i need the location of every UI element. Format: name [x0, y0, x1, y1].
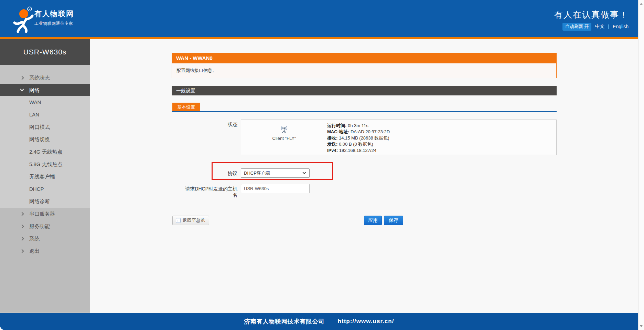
- section-title: 一般设置: [172, 86, 557, 95]
- lang-english-link[interactable]: English: [613, 24, 629, 29]
- status-field-label: 状态: [181, 122, 237, 128]
- sidebar-item-network-diagnosis[interactable]: 网络诊断: [0, 195, 90, 208]
- sidebar-item-lan[interactable]: LAN: [0, 109, 90, 121]
- client-name: Client "FLY": [241, 136, 327, 141]
- back-to-overview-button[interactable]: ← 返回至总览: [172, 216, 209, 225]
- chevron-right-icon: [20, 212, 24, 216]
- panel-title: WAN - WWAN0: [172, 53, 557, 63]
- apply-button[interactable]: 应用: [364, 216, 382, 225]
- protocol-field-label: 协议: [181, 171, 237, 177]
- chevron-right-icon: [20, 249, 24, 253]
- content-background: [90, 39, 638, 313]
- hostname-field-label: 请求DHCP时发送的主机名: [181, 186, 237, 198]
- sidebar-item-system-status[interactable]: 系统状态: [0, 72, 90, 84]
- sidebar-network-submenu: WAN LAN 网口模式 网络切换 2.4G 无线热点 5.8G 无线热点 无线…: [0, 96, 90, 208]
- usr-logo-icon: R: [7, 5, 34, 33]
- sidebar: USR-W630s 系统状态 网络 WAN LAN 网口模式 网络切换 2.4G…: [0, 39, 90, 313]
- sidebar-item-wireless-client[interactable]: 无线客户端: [0, 171, 90, 183]
- brand-subtitle: 工业物联网通信专家: [34, 21, 73, 27]
- footer-company: 济南有人物联网技术有限公司: [244, 318, 325, 326]
- protocol-select[interactable]: DHCP客户端: [241, 168, 310, 178]
- panel-description: 配置网络接口信息。: [172, 63, 557, 78]
- chevron-down-icon: [20, 87, 24, 91]
- sidebar-item-serial-server[interactable]: 串口服务器: [0, 208, 90, 220]
- router-admin-page: R 有人物联网 工业物联网通信专家 有人在认真做事！ 自动刷新 开 中文 | E…: [0, 0, 644, 330]
- sidebar-item-network[interactable]: 网络: [0, 84, 90, 96]
- tab-underline: [172, 111, 557, 112]
- save-button[interactable]: 保存: [384, 216, 403, 225]
- client-column: Client "FLY": [241, 120, 327, 155]
- sidebar-item-network-switch[interactable]: 网络切换: [0, 133, 90, 146]
- status-line-rx: 接收: 14.15 MB (28638 数据包): [327, 135, 390, 141]
- tab-basic-settings[interactable]: 基本设置: [172, 103, 200, 111]
- hostname-input[interactable]: [241, 184, 310, 193]
- chevron-right-icon: [20, 237, 24, 240]
- status-line-ipv4: IPv4: 192.168.18.127/24: [327, 147, 390, 154]
- device-name: USR-W630s: [0, 39, 90, 65]
- sidebar-item-wan[interactable]: WAN: [0, 96, 90, 109]
- status-line-uptime: 运行时间: 0h 3m 11s: [327, 123, 390, 129]
- lang-chinese-link[interactable]: 中文: [595, 23, 604, 30]
- sidebar-item-service-function[interactable]: 服务功能: [0, 220, 90, 233]
- chevron-right-icon: [20, 76, 24, 80]
- svg-text:R: R: [29, 8, 31, 11]
- chevron-down-icon: [303, 171, 306, 174]
- lang-divider: |: [608, 24, 609, 29]
- sidebar-item-logout[interactable]: 退出: [0, 245, 90, 257]
- back-arrow-icon: ←: [176, 218, 181, 223]
- sidebar-item-dhcp[interactable]: DHCP: [0, 183, 90, 195]
- header-slogan: 有人在认真做事！: [554, 9, 629, 20]
- sidebar-bottom-section: 串口服务器 服务功能 系统 退出: [0, 208, 90, 312]
- header-links: 自动刷新 开 中文 | English: [562, 23, 629, 30]
- status-line-tx: 发送: 0.00 B (0 数据包): [327, 141, 390, 147]
- brand-title: 有人物联网: [34, 9, 74, 19]
- auto-refresh-toggle[interactable]: 自动刷新 开: [562, 23, 592, 31]
- status-lines: 运行时间: 0h 3m 11s MAC-地址: DA:AD:20:97:23:2…: [327, 123, 390, 154]
- sidebar-item-2-4g-hotspot[interactable]: 2.4G 无线热点: [0, 146, 90, 158]
- sidebar-item-5-8g-hotspot[interactable]: 5.8G 无线热点: [0, 158, 90, 171]
- scroll-up-icon[interactable]: [640, 3, 643, 5]
- sidebar-item-system[interactable]: 系统: [0, 233, 90, 245]
- header-bar: R 有人物联网 工业物联网通信专家 有人在认真做事！ 自动刷新 开 中文 | E…: [0, 0, 638, 37]
- antenna-signal-icon: [280, 125, 288, 134]
- page-scrollbar[interactable]: [638, 0, 644, 330]
- sidebar-top-section: 系统状态: [0, 65, 90, 84]
- chevron-right-icon: [20, 224, 24, 228]
- status-line-mac: MAC-地址: DA:AD:20:97:23:2D: [327, 129, 390, 135]
- scroll-down-icon[interactable]: [640, 325, 643, 327]
- footer-bar: 济南有人物联网技术有限公司 http://www.usr.cn/: [0, 313, 638, 330]
- status-box: Client "FLY" 运行时间: 0h 3m 11s MAC-地址: DA:…: [241, 120, 557, 155]
- sidebar-item-port-mode[interactable]: 网口模式: [0, 121, 90, 133]
- footer-url[interactable]: http://www.usr.cn/: [338, 318, 394, 325]
